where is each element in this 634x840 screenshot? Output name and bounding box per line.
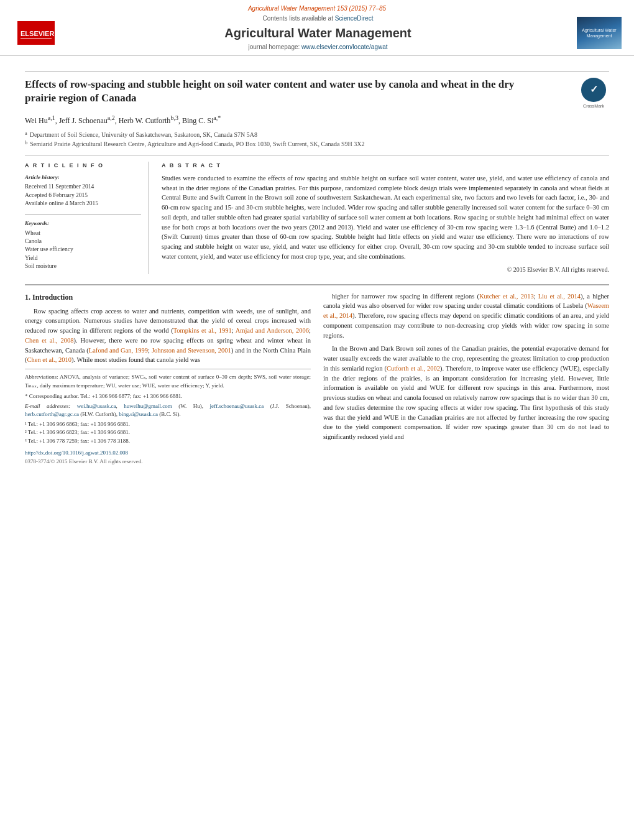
email-bing[interactable]: bing.si@usask.ca bbox=[119, 411, 158, 417]
journal-homepage: journal homepage: www.elsevier.com/locat… bbox=[59, 43, 577, 52]
right-para2: In the Brown and Dark Brown soil zones o… bbox=[323, 344, 609, 442]
tel3-note: ³ Tel.: +1 306 778 7259; fax: +1 306 778… bbox=[25, 437, 311, 446]
article-history: Article history: Received 11 September 2… bbox=[25, 173, 141, 208]
abstract-label: A B S T R A C T bbox=[162, 162, 609, 170]
chen2010-ref[interactable]: Chen et al., 2010 bbox=[27, 356, 71, 363]
waseem-ref[interactable]: Waseem et al., 2014 bbox=[323, 302, 609, 319]
copyright-line: © 2015 Elsevier B.V. All rights reserved… bbox=[162, 265, 609, 274]
liu2014-ref[interactable]: Liu et al., 2014 bbox=[538, 293, 581, 300]
keywords-section: Keywords: Wheat Canola Water use efficie… bbox=[25, 219, 141, 270]
doi-line[interactable]: http://dx.doi.org/10.1016/j.agwat.2015.0… bbox=[25, 449, 311, 458]
journal-header-center: Contents lists available at ScienceDirec… bbox=[59, 14, 577, 52]
abbreviations-note: Abbreviations: ANOVA, analysis of varian… bbox=[25, 373, 311, 390]
contents-available: Contents lists available at ScienceDirec… bbox=[59, 14, 577, 23]
issn-line: 0378-3774/© 2015 Elsevier B.V. All right… bbox=[25, 458, 311, 466]
corresponding-note: * Corresponding author. Tel.: +1 306 966… bbox=[25, 392, 311, 401]
email-note: E-mail addresses: wei.hu@usask.ca, huwei… bbox=[25, 402, 311, 419]
abstract-text: Studies were conducted to examine the ef… bbox=[162, 173, 609, 262]
affiliations: a Department of Soil Science, University… bbox=[25, 130, 609, 149]
article-title: Effects of row-spacing and stubble heigh… bbox=[25, 78, 535, 105]
email-huweihu[interactable]: huweihu@gmail.com bbox=[124, 403, 172, 409]
journal-url[interactable]: www.elsevier.com/locate/agwat bbox=[301, 44, 387, 50]
email-jeff[interactable]: jeff.schoenau@usask.ca bbox=[210, 403, 264, 409]
sciencedirect-link[interactable]: ScienceDirect bbox=[335, 15, 374, 22]
authors-line: Wei Hua,1, Jeff J. Schoenaua,2, Herb W. … bbox=[25, 114, 609, 126]
elsevier-tree-icon: ELSEVIER bbox=[17, 21, 55, 45]
journal-ref: Agricultural Water Management 153 (2015)… bbox=[248, 5, 386, 12]
crossmark-badge[interactable]: ✓ CrossMark bbox=[578, 78, 609, 109]
footnotes-section: Abbreviations: ANOVA, analysis of varian… bbox=[25, 369, 311, 466]
lafond-ref[interactable]: Lafond and Gan, 1999 bbox=[89, 347, 148, 354]
email-wei[interactable]: wei.hu@usask.ca bbox=[77, 403, 116, 409]
elsevier-logo: ELSEVIER bbox=[12, 21, 59, 45]
cutforth-ref[interactable]: Cutforth et al., 2002 bbox=[387, 365, 440, 372]
tel1-note: ¹ Tel.: +1 306 966 6863; fax: +1 306 966… bbox=[25, 420, 311, 429]
doi-link[interactable]: http://dx.doi.org/10.1016/j.agwat.2015.0… bbox=[25, 450, 128, 456]
johnston-ref[interactable]: Johnston and Stevenson, 2001 bbox=[152, 347, 231, 354]
amjad-ref[interactable]: Amjad and Anderson, 2006 bbox=[236, 327, 309, 334]
chen2008-ref[interactable]: Chen et al., 2008 bbox=[25, 337, 73, 344]
kutcher-ref[interactable]: Kutcher et al., 2013 bbox=[479, 293, 534, 300]
intro-section-title: 1. Introduction bbox=[25, 292, 311, 303]
svg-text:ELSEVIER: ELSEVIER bbox=[21, 30, 54, 37]
tel2-note: ² Tel.: +1 306 966 6823; fax: +1 306 966… bbox=[25, 428, 311, 437]
journal-name-header: Agricultural Water Management bbox=[59, 24, 577, 42]
journal-logo-right: Agricultural Water Management bbox=[577, 17, 622, 49]
article-info-label: A R T I C L E I N F O bbox=[25, 162, 141, 170]
intro-para1: Row spacing affects crop access to water… bbox=[25, 307, 311, 366]
tompkins-ref[interactable]: Tompkins et al., 1991 bbox=[173, 327, 232, 334]
right-para1: higher for narrower row spacing in diffe… bbox=[323, 292, 609, 341]
email-herb[interactable]: herb.cutforth@agr.gc.ca bbox=[25, 411, 79, 417]
